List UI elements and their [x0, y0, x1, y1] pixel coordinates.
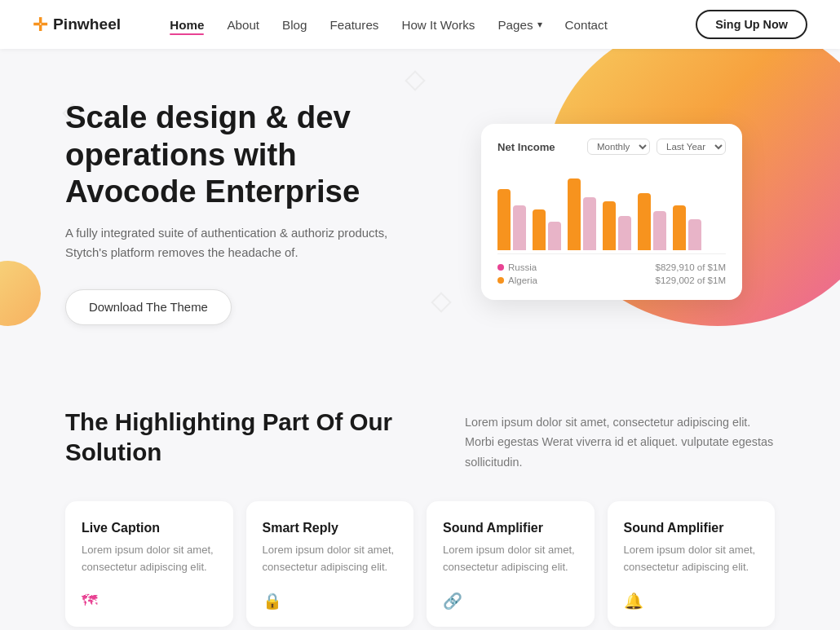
deco-triangle-2 — [405, 70, 425, 90]
features-grid-row1: Live Caption Lorem ipsum dolor sit amet,… — [65, 501, 775, 627]
nav-home[interactable]: Home — [170, 18, 204, 32]
bar-orange-5 — [638, 193, 651, 250]
chart-legend: Russia $829,910 of $1M Algeria $129,002 … — [497, 262, 726, 285]
hero-subtitle: A fully integrated suite of authenticati… — [65, 224, 408, 263]
section2-desc: Lorem ipsum dolor sit amet, consectetur … — [465, 412, 775, 472]
legend-row-1: Russia $829,910 of $1M — [497, 262, 726, 272]
bar-pink-3 — [583, 197, 596, 250]
feature-card: Sound Amplifier Lorem ipsum dolor sit am… — [608, 501, 776, 627]
feature-card-title: Sound Amplifier — [624, 521, 759, 535]
feature-card-desc: Lorem ipsum dolor sit amet, consectetur … — [443, 542, 578, 575]
download-theme-button[interactable]: Download The Theme — [65, 289, 232, 325]
bar-pink-6 — [688, 219, 701, 250]
hero-title: Scale design & dev operations with Avoco… — [65, 99, 408, 209]
feature-icon: 🔒 — [263, 592, 398, 610]
chart-year-select[interactable]: Last Year — [657, 139, 726, 155]
feature-card: Sound Amplifier Lorem ipsum dolor sit am… — [427, 501, 595, 627]
logo[interactable]: ✛ Pinwheel — [33, 14, 121, 36]
feature-icon: 🔔 — [624, 592, 759, 610]
section2-header: The Highlighting Part Of Our Solution Lo… — [65, 408, 775, 472]
legend-value-russia: $829,910 of $1M — [656, 262, 726, 272]
bar-group-3 — [568, 178, 596, 250]
bar-group-6 — [673, 205, 701, 250]
deco-triangle-3 — [431, 292, 451, 312]
chart-monthly-select[interactable]: Monthly — [587, 139, 650, 155]
feature-card-title: Sound Amplifier — [443, 521, 578, 535]
bar-pink-2 — [548, 222, 561, 250]
bar-group-2 — [533, 209, 561, 250]
blob-decoration — [0, 261, 41, 326]
feature-card-title: Smart Reply — [263, 521, 398, 535]
nav-links: Home About Blog Features How It Works Pa… — [170, 18, 696, 32]
nav-blog[interactable]: Blog — [282, 18, 307, 32]
highlights-section: The Highlighting Part Of Our Solution Lo… — [0, 359, 840, 630]
legend-value-algeria: $129,002 of $1M — [656, 275, 726, 285]
hero-content: Scale design & dev operations with Avoco… — [65, 99, 408, 325]
logo-icon: ✛ — [33, 14, 47, 36]
bar-orange-6 — [673, 205, 686, 250]
logo-text: Pinwheel — [53, 15, 121, 33]
bar-group-4 — [603, 201, 631, 250]
feature-card-desc: Lorem ipsum dolor sit amet, consectetur … — [263, 542, 398, 575]
legend-row-2: Algeria $129,002 of $1M — [497, 275, 726, 285]
nav-contact[interactable]: Contact — [565, 18, 608, 32]
chart-bars — [497, 165, 726, 254]
legend-name-russia: Russia — [497, 262, 537, 272]
chevron-down-icon: ▾ — [537, 19, 542, 30]
feature-card-desc: Lorem ipsum dolor sit amet, consectetur … — [624, 542, 759, 575]
nav-pages[interactable]: Pages ▾ — [497, 18, 542, 32]
bar-pink-5 — [653, 211, 666, 250]
bar-group-1 — [497, 189, 526, 250]
nav-about[interactable]: About — [227, 18, 259, 32]
bar-orange-2 — [533, 209, 546, 250]
legend-dot-algeria — [497, 277, 504, 284]
nav-features[interactable]: Features — [329, 18, 378, 32]
feature-icon: 🗺 — [82, 592, 217, 610]
bar-group-5 — [638, 193, 666, 250]
chart-card: Net Income Monthly Last Year — [481, 124, 742, 300]
legend-name-algeria: Algeria — [497, 275, 537, 285]
bar-pink-1 — [513, 205, 526, 250]
chart-area: Net Income Monthly Last Year — [481, 124, 742, 300]
nav-how-it-works[interactable]: How It Works — [401, 18, 475, 32]
feature-card: Live Caption Lorem ipsum dolor sit amet,… — [65, 501, 233, 627]
bar-orange-4 — [603, 201, 616, 250]
section2-title: The Highlighting Part Of Our Solution — [65, 408, 400, 468]
chart-header: Net Income Monthly Last Year — [497, 139, 726, 155]
legend-dot-russia — [497, 264, 504, 271]
bar-orange-1 — [497, 189, 511, 250]
chart-controls: Monthly Last Year — [587, 139, 726, 155]
chart-title: Net Income — [497, 141, 555, 153]
bar-pink-4 — [618, 216, 631, 250]
signup-button[interactable]: Sing Up Now — [696, 10, 807, 39]
feature-card-title: Live Caption — [82, 521, 217, 535]
hero-section: Scale design & dev operations with Avoco… — [0, 49, 840, 359]
bar-orange-3 — [568, 178, 581, 250]
navbar: ✛ Pinwheel Home About Blog Features How … — [0, 0, 840, 49]
feature-card-desc: Lorem ipsum dolor sit amet, consectetur … — [82, 542, 217, 575]
feature-icon: 🔗 — [443, 592, 578, 610]
feature-card: Smart Reply Lorem ipsum dolor sit amet, … — [246, 501, 414, 627]
